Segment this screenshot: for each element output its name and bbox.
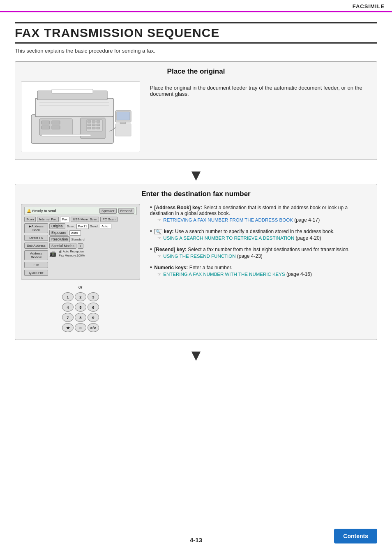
svg-rect-26 [115,124,131,136]
key-hash-p[interactable]: #/P [88,323,99,332]
bullet4-ref: ☞ ENTERING A FAX NUMBER WITH THE NUMERIC… [157,271,371,277]
svg-rect-17 [88,124,91,126]
special-modes-icon[interactable]: i [78,243,83,249]
fax-status-buttons: Speaker Resend [99,208,134,214]
ref-link-4[interactable]: ENTERING A FAX NUMBER WITH THE NUMERIC K… [163,272,285,277]
ref-page-3: (page 4-23) [237,253,263,259]
svg-rect-21 [92,127,95,129]
svg-rect-20 [88,127,91,129]
exposure-field[interactable]: Auto [69,230,81,236]
ref-link-2[interactable]: USING A SEARCH NUMBER TO RETRIEVE A DEST… [163,236,294,240]
resolution-button[interactable]: Resolution [49,236,70,242]
bullet-resend: • [Resend] key: Select a fax number from… [150,246,371,259]
send-field[interactable]: Auto [100,224,111,229]
exposure-button[interactable]: Exposure [49,230,68,236]
svg-rect-6 [52,121,60,124]
key-7[interactable]: 7 [62,313,74,322]
svg-rect-1 [35,98,113,117]
page-title: FAX TRANSMISSION SEQUENCE [15,22,377,44]
page-number: 4-13 [0,536,392,543]
speaker-button[interactable]: Speaker [99,208,117,214]
or-label: or [21,284,140,290]
svg-rect-7 [42,126,50,129]
key-3[interactable]: 3 [88,292,99,301]
section-enter-fax: Enter the destination fax number 🔔 Ready… [15,184,377,340]
key-0[interactable]: 0 [75,323,86,332]
fax-status-text: 🔔 Ready to send. [27,209,57,213]
ref-icon-1: ☞ [157,218,161,222]
tab-pc-scan[interactable]: PC Scan [100,217,118,222]
tab-fax[interactable]: Fax [60,217,69,222]
key-1[interactable]: 1 [62,292,74,301]
ref-page-1: (page 4-17) [294,217,320,223]
bullet3-ref: ☞ USING THE RESEND FUNCTION (page 4-23) [157,253,371,259]
bullet2-desc: Use a search number to specify a destina… [175,229,334,234]
svg-rect-5 [42,121,50,124]
printer-illustration [21,81,140,152]
bullet-numeric-keys: • Numeric keys: Enter a fax number. ☞ EN… [150,264,371,277]
svg-rect-8 [52,126,60,129]
key-star[interactable]: ★ [62,323,74,332]
contents-button[interactable]: Contents [334,529,377,543]
bullet3-desc: Select a fax number from the last eight … [188,247,350,252]
fax-main-fields: Original Scan: Fax11 Send: Auto Exposure… [49,223,137,277]
special-modes-button[interactable]: Special Modes [49,243,76,249]
file-button[interactable]: File [24,262,48,268]
address-book-button[interactable]: ▶Address Book [24,223,48,233]
arrow-down-1: ▼ [15,167,377,183]
bullet2-ref: ☞ USING A SEARCH NUMBER TO RETRIEVE A DE… [157,235,371,241]
key-2[interactable]: 2 [75,292,86,301]
key-6[interactable]: 6 [88,303,99,312]
page-content: FAX TRANSMISSION SEQUENCE This section e… [0,12,392,388]
svg-rect-3 [52,89,93,93]
bullet3-key: [Resend] key: [154,247,187,252]
scan-field[interactable]: Fax11 [76,224,89,229]
key-8[interactable]: 8 [75,313,86,322]
key-4[interactable]: 4 [62,303,74,312]
quick-file-button[interactable]: Quick File [24,270,48,276]
svg-rect-15 [92,120,95,123]
svg-rect-16 [97,120,100,123]
fax-panel-area: 🔔 Ready to send. Speaker Resend Scan Int… [21,204,140,332]
section1-description: Place the original in the document feede… [150,81,371,152]
sub-address-button[interactable]: Sub Address [24,243,48,249]
numpad: 1 2 3 4 5 6 7 8 9 ★ 0 #/P [62,292,99,332]
or-numpad-area: or 1 2 3 4 5 6 7 8 9 ★ 0 #/P [21,284,140,332]
tab-usb-mem-scan[interactable]: USB Mem. Scan [71,217,99,222]
bullet1-ref: ☞ RETRIEVING A FAX NUMBER FROM THE ADDRE… [157,217,371,223]
page-subtitle: This section explains the basic procedur… [15,48,377,54]
svg-rect-22 [97,127,100,129]
key-9[interactable]: 9 [88,313,99,322]
key-5[interactable]: 5 [75,303,86,312]
svg-rect-24 [117,112,130,120]
ref-icon-3: ☞ [157,254,161,259]
fax-tabs-row: Scan Internet Fax Fax USB Mem. Scan PC S… [24,217,137,222]
address-review-button[interactable]: Address Review [24,250,48,260]
tab-scan[interactable]: Scan [24,217,36,222]
ref-link-1[interactable]: RETRIEVING A FAX NUMBER FROM THE ADDRESS… [163,217,293,222]
fax-panel-inner: ▶Address Book Direct TX Sub Address Addr… [24,223,137,277]
search-key-icon: 🔍 [154,229,162,234]
ref-link-3[interactable]: USING THE RESEND FUNCTION [163,254,235,259]
direct-tx-button[interactable]: Direct TX [24,235,48,241]
page-footer: 4-13 Contents [0,536,392,543]
svg-rect-25 [120,122,126,124]
section2-title: Enter the destination fax number [15,184,377,204]
fax-side-buttons: ▶Address Book Direct TX Sub Address Addr… [24,223,48,277]
ref-icon-4: ☞ [157,272,161,277]
fax-auto-text: 🖨 Auto Reception Fax Memory:100% [59,250,85,258]
ref-page-4: (page 4-16) [286,271,312,277]
section1-title: Place the original [15,62,377,81]
fax-field-resolution: Resolution Standard [49,236,137,242]
original-button[interactable]: Original [49,223,65,229]
svg-rect-18 [92,124,95,126]
tab-internet-fax[interactable]: Internet Fax [37,217,59,222]
resend-button[interactable]: Resend [118,208,134,214]
ref-icon-2: ☞ [157,236,161,240]
fax-status-bar: 🔔 Ready to send. Speaker Resend [24,207,137,215]
bullet1-key: [Address Book] key: [154,205,202,210]
fax-field-special-modes: Special Modes i [49,243,137,249]
bullet4-desc: Enter a fax number. [189,265,233,271]
svg-rect-14 [88,120,91,123]
fax-field-exposure: Exposure Auto [49,230,137,236]
